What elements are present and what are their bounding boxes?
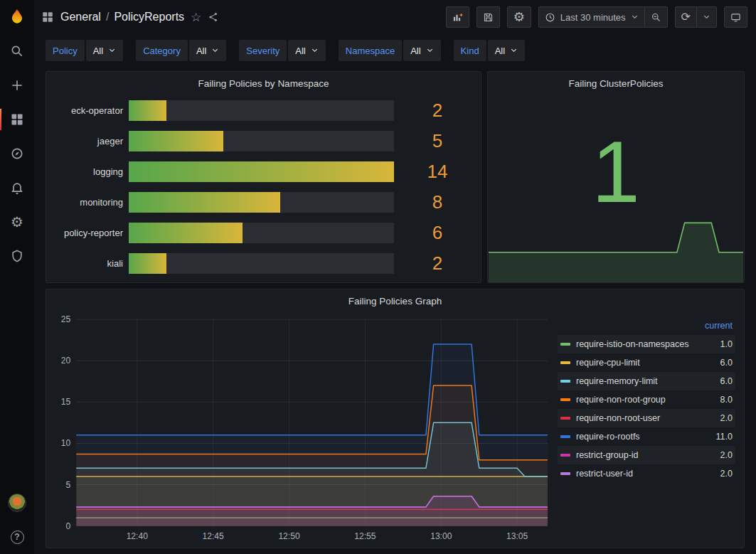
breadcrumb-dashboard-name[interactable]: PolicyReports	[114, 11, 184, 23]
legend-swatch	[560, 472, 570, 475]
bar-gauge-row: monitoring8	[52, 192, 475, 213]
graph-legend: current require-istio-on-namespaces1.0re…	[553, 314, 740, 545]
filter-severity-value[interactable]: All	[288, 40, 325, 61]
cycle-view-mode-button[interactable]	[724, 6, 747, 28]
save-dashboard-button[interactable]	[477, 6, 500, 28]
apps-grid-icon[interactable]	[41, 11, 54, 23]
legend-item[interactable]: require-cpu-limit6.0	[558, 353, 735, 372]
time-range-picker[interactable]: Last 30 minutes	[538, 6, 645, 28]
dashboard-settings-button[interactable]: ⚙	[507, 6, 531, 28]
share-dashboard-icon[interactable]	[208, 11, 219, 23]
legend-current-header[interactable]: current	[558, 321, 735, 335]
x-axis-tick-label: 13:00	[430, 531, 452, 541]
grafana-app: ⚙ ? General / PolicyReports ☆	[0, 0, 756, 554]
legend-series-current-value: 6.0	[708, 358, 733, 368]
bar-row-label: kiali	[52, 258, 123, 269]
y-axis-tick-label: 20	[61, 356, 71, 366]
stat-body: 1	[488, 95, 744, 282]
chevron-down-icon	[108, 46, 116, 56]
breadcrumb-separator: /	[106, 11, 109, 23]
filter-policy-label[interactable]: Policy	[46, 40, 85, 61]
dashboard-toolbar: General / PolicyReports ☆ ⚙ L	[34, 0, 756, 34]
bar-row-value: 2	[400, 100, 475, 122]
time-series-plot[interactable]: 051015202512:4012:4512:5012:5513:0013:05	[52, 314, 553, 545]
filter-kind-label[interactable]: Kind	[454, 40, 486, 61]
legend-series-name: require-non-root-user	[576, 413, 703, 423]
sidebar: ⚙ ?	[0, 0, 34, 554]
legend-item[interactable]: require-ro-rootfs11.0	[558, 427, 735, 446]
legend-swatch	[560, 361, 570, 364]
legend-item[interactable]: require-non-root-user2.0	[558, 409, 735, 427]
chevron-down-icon	[631, 12, 639, 23]
bar-track	[129, 223, 394, 243]
breadcrumb-folder[interactable]: General	[60, 11, 101, 23]
refresh-interval-dropdown[interactable]	[696, 6, 717, 28]
bar-gauge-row: eck-operator2	[52, 100, 475, 121]
refresh-button[interactable]: ⟳	[675, 6, 697, 28]
bar-gauge: eck-operator2jaeger5logging14monitoring8…	[46, 95, 481, 284]
legend-series-current-value: 8.0	[708, 395, 733, 405]
legend-series-name: require-non-root-group	[576, 395, 703, 405]
zoom-out-time-button[interactable]	[644, 6, 668, 28]
bar-fill	[129, 100, 166, 121]
chevron-down-icon	[426, 46, 434, 56]
dashboard-grid: Failing Policies by Namespace eck-operat…	[34, 67, 756, 554]
filter-kind-value[interactable]: All	[488, 40, 525, 61]
admin-shield-icon[interactable]	[0, 239, 34, 273]
chevron-down-icon	[211, 46, 219, 56]
filter-severity: Severity All	[239, 40, 325, 61]
panel-failing-policies-graph: Failing Policies Graph 051015202512:4012…	[46, 289, 745, 548]
legend-item[interactable]: restrict-user-id2.0	[558, 464, 735, 483]
time-range-label: Last 30 minutes	[560, 12, 626, 23]
bar-gauge-row: jaeger5	[52, 131, 475, 151]
legend-series-name: require-ro-rootfs	[576, 432, 703, 442]
template-variable-bar: Policy All Category All Severity All Nam…	[34, 34, 756, 67]
explore-compass-icon[interactable]	[0, 137, 34, 171]
bar-fill	[129, 223, 243, 243]
bar-track	[129, 192, 394, 213]
filter-severity-label[interactable]: Severity	[239, 40, 287, 61]
legend-item[interactable]: require-istio-on-namespaces1.0	[558, 335, 735, 353]
search-icon[interactable]	[0, 34, 34, 68]
bar-gauge-row: logging14	[52, 161, 475, 182]
user-avatar[interactable]	[0, 486, 34, 520]
star-dashboard-icon[interactable]: ☆	[191, 11, 201, 23]
dashboards-icon[interactable]	[0, 102, 34, 137]
filter-namespace-label[interactable]: Namespace	[339, 40, 402, 61]
help-icon[interactable]: ?	[0, 520, 34, 554]
legend-swatch	[560, 380, 570, 383]
legend-item[interactable]: restrict-group-id2.0	[558, 446, 735, 464]
bar-track	[129, 161, 394, 182]
toolbar-right: ⚙ Last 30 minutes ⟳	[446, 6, 747, 28]
panel-title[interactable]: Failing Policies Graph	[46, 289, 744, 312]
filter-namespace-value[interactable]: All	[403, 40, 440, 61]
panel-title[interactable]: Failing Policies by Namespace	[46, 72, 481, 95]
panel-title[interactable]: Failing ClusterPolicies	[488, 72, 744, 95]
legend-rows: require-istio-on-namespaces1.0require-cp…	[558, 335, 735, 483]
legend-swatch	[560, 435, 570, 438]
legend-item[interactable]: require-non-root-group8.0	[558, 390, 735, 409]
add-panel-button[interactable]	[446, 6, 469, 28]
bar-fill	[129, 131, 223, 151]
create-plus-icon[interactable]	[0, 68, 34, 102]
alerting-bell-icon[interactable]	[0, 171, 34, 205]
filter-category-label[interactable]: Category	[136, 40, 188, 61]
filter-category-value[interactable]: All	[189, 40, 226, 61]
configuration-gear-icon[interactable]: ⚙	[0, 205, 34, 239]
x-axis-tick-label: 12:50	[278, 531, 299, 541]
legend-series-current-value: 11.0	[708, 432, 733, 442]
bar-track	[129, 100, 394, 121]
legend-item[interactable]: require-memory-limit6.0	[558, 372, 735, 390]
legend-series-name: restrict-group-id	[576, 450, 703, 460]
graph-body: 051015202512:4012:4512:5012:5513:0013:05…	[46, 312, 744, 548]
breadcrumb: General / PolicyReports	[60, 11, 184, 23]
filter-policy-value[interactable]: All	[86, 40, 123, 61]
chevron-down-icon	[703, 12, 710, 23]
bar-row-label: policy-reporter	[52, 228, 123, 238]
legend-series-current-value: 1.0	[708, 339, 733, 349]
stat-value: 1	[592, 129, 640, 215]
main-area: General / PolicyReports ☆ ⚙ L	[34, 0, 756, 554]
grafana-logo-icon[interactable]	[0, 0, 34, 34]
bar-fill	[129, 161, 394, 182]
legend-series-current-value: 2.0	[708, 413, 733, 423]
